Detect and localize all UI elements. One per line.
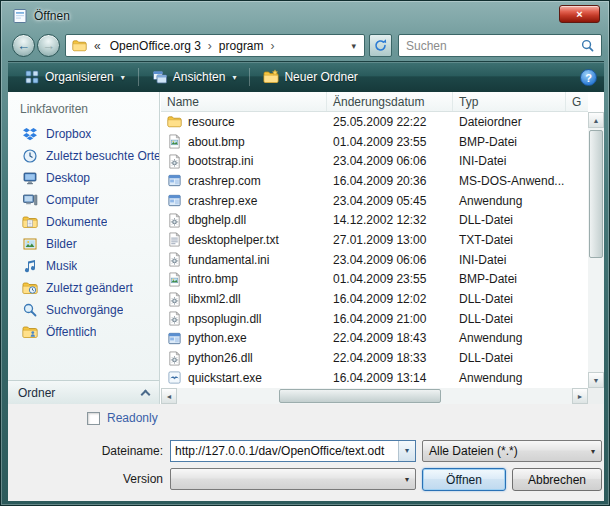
music-icon [22,258,38,274]
column-header-name[interactable]: Name [161,92,327,111]
toolbar-button-neuer-ordner[interactable]: Neuer Ordner [254,66,366,88]
dropbox-icon [22,126,38,142]
cancel-button[interactable]: Abbrechen [512,468,602,491]
sidebar-item-musik[interactable]: Musik [8,255,159,277]
filetype-select[interactable]: Alle Dateien (*.*) ▾ [422,440,602,462]
scroll-down-button[interactable]: ▼ [588,372,604,388]
version-select[interactable]: ▾ [170,468,416,490]
file-row-python-exe[interactable]: python.exe22.04.2009 18:43Anwendung [161,329,588,349]
file-row-libxml2-dll[interactable]: libxml2.dll16.04.2009 12:02DLL-Datei [161,289,588,309]
search-box[interactable] [398,34,602,57]
refresh-button[interactable] [369,34,392,57]
address-bar[interactable]: «OpenOffice.org 3›program› ▾ [65,34,365,57]
forward-button[interactable]: → [37,34,60,57]
file-name: desktophelper.txt [188,233,279,247]
organize-icon [24,69,40,85]
application-icon [167,193,182,208]
dll-file-icon [167,213,182,228]
breadcrumb-item-openoffice-org-3[interactable]: OpenOffice.org 3 [105,39,206,53]
breadcrumb-separator[interactable]: › [269,39,277,53]
version-label: Version [8,472,163,486]
file-row-quickstart-exe[interactable]: quickstart.exe16.04.2009 13:14Anwendung [161,368,588,388]
close-button[interactable]: × [559,5,600,23]
vertical-scroll-thumb[interactable] [589,130,603,258]
file-name: libxml2.dll [188,292,241,306]
file-row-crashrep-com[interactable]: crashrep.com16.04.2009 20:36MS-DOS-Anwen… [161,171,588,191]
sidebar-item-suchvorg-nge[interactable]: Suchvorgänge [8,299,159,321]
address-dropdown-caret-icon[interactable]: ▾ [346,41,361,51]
filename-dropdown-caret-icon[interactable]: ▾ [398,441,415,461]
toolbar-button-label: Ansichten [173,70,226,84]
column-header-nderungsdatum[interactable]: Änderungsdatum [327,92,453,111]
folder-icon [167,114,182,129]
sidebar: Linkfavoriten DropboxZuletzt besuchte Or… [8,92,160,404]
filetype-caret-icon: ▾ [585,447,601,456]
file-date: 16.04.2009 13:14 [327,371,453,385]
file-row-python26-dll[interactable]: python26.dll22.04.2009 18:33DLL-Datei [161,348,588,368]
filename-combobox[interactable]: ▾ [170,440,416,462]
breadcrumb-item-program[interactable]: program [214,39,269,53]
back-button[interactable]: ← [12,34,35,57]
filename-label: Dateiname: [8,444,163,458]
sidebar-item-dokumente[interactable]: Dokumente [8,211,159,233]
sidebar-item-ffentlich[interactable]: Öffentlich [8,321,159,343]
file-date: 16.04.2009 21:00 [327,312,453,326]
help-button[interactable]: ? [580,69,597,86]
file-name: npsoplugin.dll [188,312,261,326]
toolbar-button-ansichten[interactable]: Ansichten▾ [143,66,246,88]
window-icon [12,8,28,24]
toolbar-separator [138,68,139,86]
sidebar-item-bilder[interactable]: Bilder [8,233,159,255]
file-date: 01.04.2009 23:55 [327,135,453,149]
text-file-icon [167,232,182,247]
breadcrumb-separator[interactable]: › [206,39,214,53]
file-row-intro-bmp[interactable]: intro.bmp01.04.2009 23:55BMP-Datei [161,270,588,290]
file-row-crashrep-exe[interactable]: crashrep.exe23.04.2009 05:45Anwendung [161,191,588,211]
horizontal-scroll-thumb[interactable] [279,389,441,403]
scroll-right-button[interactable]: ► [572,388,588,404]
file-row-npsoplugin-dll[interactable]: npsoplugin.dll16.04.2009 21:00DLL-Datei [161,309,588,329]
file-name-cell: crashrep.com [161,173,327,188]
file-row-desktophelper-txt[interactable]: desktophelper.txt27.01.2009 13:00TXT-Dat… [161,230,588,250]
version-caret-icon: ▾ [399,475,415,484]
scroll-up-button[interactable]: ▲ [588,112,604,128]
quickstart-icon [167,370,182,385]
file-row-resource[interactable]: resource25.05.2009 22:22Dateiordner [161,112,588,132]
folders-label: Ordner [18,386,55,400]
column-headers: NameÄnderungsdatumTypG [161,92,588,112]
file-row-dbghelp-dll[interactable]: dbghelp.dll14.12.2002 12:32DLL-Datei [161,210,588,230]
file-type: Anwendung [453,371,566,385]
toolbar-button-label: Organisieren [45,70,114,84]
sidebar-item-zuletzt-besuchte-orte[interactable]: Zuletzt besuchte Orte [8,145,159,167]
sidebar-item-computer[interactable]: Computer [8,189,159,211]
horizontal-scrollbar[interactable]: ◄ ► [161,388,588,404]
vertical-scrollbar[interactable]: ▲ ▼ [588,112,604,388]
file-row-bootstrap-ini[interactable]: bootstrap.ini23.04.2009 06:06INI-Datei [161,151,588,171]
recent-places-icon [22,148,38,164]
sidebar-item-zuletzt-ge-ndert[interactable]: Zuletzt geändert [8,277,159,299]
image-file-icon [167,134,182,149]
toolbar-button-organisieren[interactable]: Organisieren▾ [15,66,134,88]
readonly-checkbox[interactable] [87,412,100,425]
file-name-cell: python.exe [161,331,327,346]
column-header-g[interactable]: G [566,92,588,111]
folders-bar[interactable]: Ordner [8,380,159,404]
file-name-cell: python26.dll [161,351,327,366]
file-date: 27.01.2009 13:00 [327,233,453,247]
file-row-about-bmp[interactable]: about.bmp01.04.2009 23:55BMP-Datei [161,132,588,152]
filename-input[interactable] [171,441,398,461]
sidebar-items: DropboxZuletzt besuchte OrteDesktopCompu… [8,123,159,343]
breadcrumb-collapse-chevron[interactable]: « [90,39,105,53]
window-title: Öffnen [34,9,70,23]
open-button[interactable]: Öffnen [422,468,506,491]
column-header-typ[interactable]: Typ [453,92,566,111]
sidebar-item-label: Öffentlich [46,325,96,339]
search-input[interactable] [399,39,580,53]
toolbar-separator [249,68,250,86]
sidebar-item-desktop[interactable]: Desktop [8,167,159,189]
scroll-left-button[interactable]: ◄ [161,388,177,404]
file-type: DLL-Datei [453,312,566,326]
file-row-fundamental-ini[interactable]: fundamental.ini23.04.2009 06:06INI-Datei [161,250,588,270]
sidebar-item-dropbox[interactable]: Dropbox [8,123,159,145]
documents-icon [22,214,38,230]
